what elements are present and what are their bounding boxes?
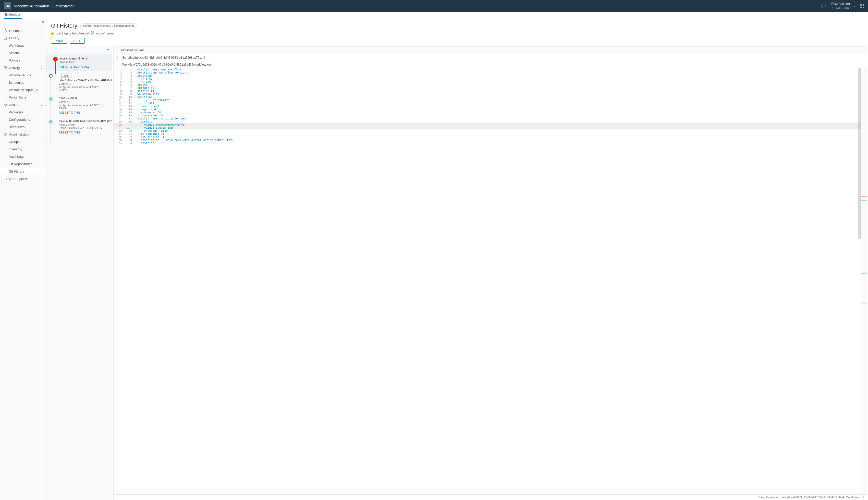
diff-footer: Currently selected: Workflow/673b9d73-d0… [114,495,867,500]
line-number-old: 12 [114,102,124,105]
sidebar-item-groups[interactable]: Groups [0,138,46,146]
git-repo-icon: ◆ [51,31,54,35]
sidebar-item-policies[interactable]: Policies [0,57,46,64]
diff-line: 1515 end-mode: '0' [114,111,860,114]
commit-action-push[interactable]: PUSH [59,65,67,68]
collapse-sidebar-icon[interactable]: ≪ [41,20,44,24]
sidebar-item-dashboard[interactable]: Dashboard [0,27,46,34]
line-number-new: 21 [124,133,134,136]
sidebar-item-scheduled[interactable]: Scheduled [0,79,46,86]
code-content: out-binding: {} [134,136,860,139]
sidebar-item-git-history[interactable]: Git History [0,168,46,175]
commit-item[interactable]: master0d7e1a63edc271d4128cf0a387ecd4808d… [46,71,112,94]
line-number-new: 22 [124,136,134,139]
line-number-old: 3 [114,74,124,77]
commit-title: c32c3a305104936ba923cef507a28e23897fd... [59,120,109,123]
help-icon[interactable]: ? [821,3,826,8]
line-number-old: 7 [114,87,124,90]
push-button[interactable]: PUSH [51,38,67,44]
sidebar-item-resources[interactable]: Resources [0,123,46,131]
diff-line: 2121 in-binding: {} [114,133,860,136]
tab-embedded[interactable]: Embedded [4,11,22,19]
status-badge: several local changes, 0 commits behind [80,23,137,28]
line-number-old: 11 [114,99,124,102]
minimap[interactable] [860,68,867,495]
commit-item[interactable]: Local changes (2 items), Invalid DatePUS… [46,54,112,71]
code-content: comparator: 0 [134,114,860,117]
diff-line: 1414 type: end [114,108,860,111]
pull-button[interactable]: PULL [70,38,85,44]
apps-grid-icon[interactable] [860,4,864,8]
sidebar-item-api-explorer[interactable]: API Explorer [0,175,46,182]
code-content: in-binding: {} [134,133,860,136]
sidebar-item-label: Policies [9,58,20,62]
line-number-old: 14 [114,108,124,111]
sidebar-item-inventory[interactable]: Inventory [0,146,46,153]
vmware-logo: vm [4,2,11,9]
line-number-new: 6 [124,83,134,87]
sidebar-item-policy-runs[interactable]: Policy Runs [0,94,46,101]
diff-line: 2323 description: Simple task with custo… [114,139,860,141]
commit-action-reset-to-this[interactable]: RESET TO THIS [59,111,81,114]
sidebar-item-administration[interactable]: Administration⌄ [0,131,46,138]
line-number-new: 10 [124,96,134,99]
commit-item[interactable]: c32c3a305104936ba923cef507a28e23897fd...… [46,117,112,137]
sidebar-item-waiting-for-input-0-[interactable]: Waiting for Input (0) [0,86,46,94]
minimap-viewport[interactable] [858,68,861,239]
code-content: input: {} [134,83,860,87]
sidebar-item-library[interactable]: Library⌄ [0,34,46,42]
tab-bar: Embedded [0,12,868,19]
user-menu[interactable]: Fritz Arbeiter DEFAULT-ORG [831,2,850,10]
sidebar-item-configurations[interactable]: Configurations [0,116,46,123]
line-number-old: 18 [114,120,124,123]
diff-line: 19+ value: System.log [114,126,860,129]
line-number-new: 4 [124,77,134,80]
sidebar-item-workflows[interactable]: Workflows [0,42,46,49]
code-content: x: 100 [134,80,860,83]
sidebar-item-label: Inventory [9,147,22,151]
diff-line: 1212 x: 971 [114,102,860,105]
sidebar-item-actions[interactable]: Actions [0,49,46,57]
line-number-new: 15 [124,111,134,114]
api-icon [3,177,7,181]
file-path: ScriptModule/ee6342b8-c0b0-4d45-9933-e11… [122,56,205,59]
sidebar-item-workflow-runs[interactable]: Workflow Runs [0,71,46,79]
code-content: display-name: New workflow [134,68,860,71]
line-number-old: 5 [114,80,124,83]
sidebar-item-packages[interactable]: Packages [0,109,46,116]
diff-line: 2222 out-binding: {} [114,136,860,139]
line-number-old: 4 [114,77,124,80]
diff-body: 11 display-name: New workflow22 descript… [114,68,867,495]
sidebar-item-label: Workflow Runs [9,73,31,77]
commit-action-reset-to-this[interactable]: RESET TO THIS [59,131,81,134]
diff-file-row[interactable]: ⌄Workflow/673b9d73-d09d-47d3-99e0-2f4851… [114,61,867,68]
sidebar-item-git-repositories[interactable]: Git Repositories [0,160,46,168]
diff-file-row[interactable]: ›ScriptModule/ee6342b8-c0b0-4d45-9933-e1… [114,54,867,61]
code-content: 'y': 57.3984375 [134,99,860,102]
line-number-old: 22 [114,136,124,139]
line-number-old: 8 [114,90,124,93]
commit-subtitle: , Invalid Date [59,60,109,64]
commit-subtitle: Version 2 [59,100,109,103]
commit-dot-icon [49,120,53,124]
line-number-old: 20 [114,129,124,133]
diff-line: 1010- position: [114,96,860,99]
line-number-old [114,126,124,129]
line-number-new: 12 [124,102,134,105]
app-title: vRealize Automation - Orchestrator [14,4,74,8]
branch-tag: master [59,73,72,78]
commit-item[interactable]: 0.0.0 - ed98b8bVersion 2fritz@coke.sqa-h… [46,94,112,117]
collapse-commits-icon[interactable]: ≪ [107,48,110,51]
line-number-old: 16 [114,114,124,117]
sidebar-item-assets[interactable]: Assets⌄ [0,101,46,109]
user-org: DEFAULT-ORG [831,6,850,10]
commit-subtitle: Initial commit [59,123,109,126]
sidebar-item-audit-logs[interactable]: Audit Logs [0,153,46,160]
code-content: 'y': 50 [134,77,860,80]
main-content: Git History several local changes, 0 com… [46,19,868,500]
sidebar-item-activity[interactable]: Activity⌄ [0,64,46,71]
commits-column: ≪ Local changes (2 items), Invalid DateP… [46,46,112,500]
line-number-old: 24 [114,141,124,145]
chevron-down-icon[interactable]: ⌄ [854,4,856,8]
commit-action-discard-all[interactable]: DISCARD ALL [70,65,90,68]
